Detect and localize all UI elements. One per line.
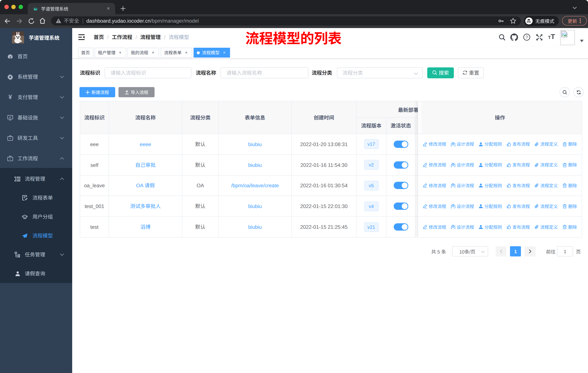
svg-text:?: ? [526, 35, 528, 40]
